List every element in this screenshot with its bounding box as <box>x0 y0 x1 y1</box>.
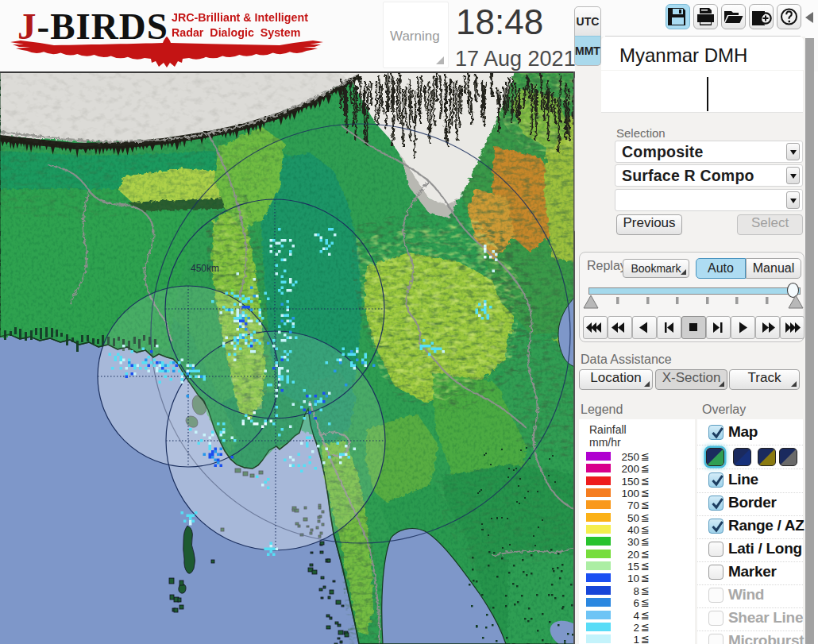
svg-text:450km: 450km <box>191 263 219 274</box>
